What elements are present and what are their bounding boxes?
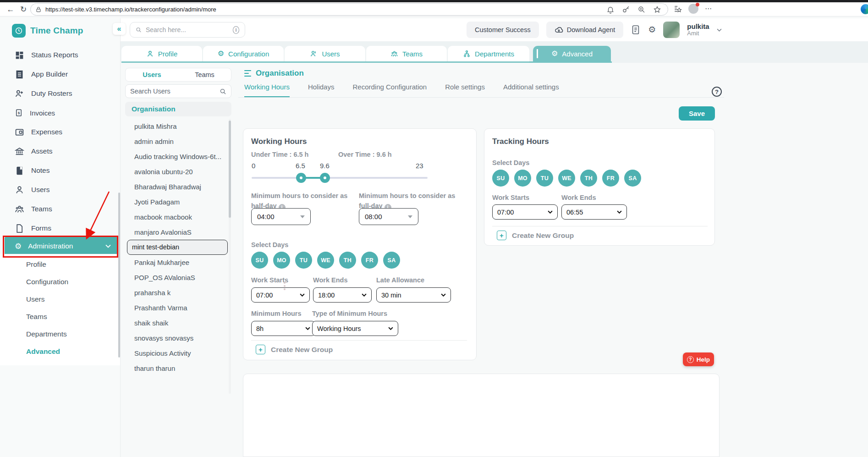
sidebar-item-users[interactable]: Users [0,180,121,199]
slider-track[interactable] [252,177,428,179]
tracking-work-ends-select[interactable]: 06:55 [561,204,627,220]
list-item[interactable]: Bharadwaj Bharadwaj [127,179,228,194]
sidebar-item-status-reports[interactable]: Status Reports [0,45,121,65]
sidebar-scrollbar[interactable] [118,193,120,358]
day-chip-fr[interactable]: FR [361,252,378,269]
users-search-input[interactable] [130,88,220,95]
user-identity[interactable]: pulkita Amit [687,22,709,37]
address-bar[interactable]: https://test-site.v3.timechamp.io/tracke… [30,3,668,16]
submenu-configuration[interactable]: Configuration [26,275,68,289]
sidebar-item-assets[interactable]: Assets [0,142,121,161]
tracking-work-starts-select[interactable]: 07:00 [492,204,558,220]
day-chip-su[interactable]: SU [251,252,268,269]
user-list-scrollbar[interactable] [229,119,231,394]
day-chip-su[interactable]: SU [492,170,509,187]
list-item[interactable]: Prashanth Varma [127,300,228,315]
full-day-dropdown[interactable]: 08:00 [359,208,418,225]
list-item[interactable]: manjaro AvaloniaS [127,225,228,240]
day-chip-sa[interactable]: SA [624,170,641,187]
submenu-profile[interactable]: Profile [26,258,46,271]
browser-menu-icon[interactable]: ⋯ [705,5,712,13]
submenu-teams[interactable]: Teams [26,310,47,324]
subtab-holidays[interactable]: Holidays [308,83,335,98]
subtab-recording-configuration[interactable]: Recording Configuration [352,83,427,98]
tab-profile[interactable]: Profile [121,46,202,61]
subtab-working-hours[interactable]: Working Hours [244,83,290,98]
list-item[interactable]: avalonia ubuntu-20 [127,164,228,179]
users-search[interactable] [125,84,231,98]
browser-back-icon[interactable]: ← [5,4,16,16]
favorites-bar-icon[interactable] [674,5,682,13]
list-item[interactable]: Suspicious Activity [127,346,228,361]
day-chip-mo[interactable]: MO [273,252,290,269]
create-new-group-button[interactable]: + Create New Group [497,231,574,240]
late-allowance-select[interactable]: 30 min [376,287,451,303]
submenu-users[interactable]: Users [26,292,44,306]
global-search[interactable]: i [130,22,245,38]
brand-logo[interactable]: Time Champ [12,24,83,38]
organisation-group-header[interactable]: Organisation [125,102,231,116]
sidebar-item-forms[interactable]: Forms [0,219,121,238]
user-menu-caret-icon[interactable] [717,28,722,32]
type-of-minimum-hours-select[interactable]: Working Hours [312,321,398,336]
tab-departments[interactable]: Departments [448,46,529,61]
day-chip-mo[interactable]: MO [514,170,531,187]
sidebar-item-duty-rosters[interactable]: Duty Rosters [0,84,121,103]
list-item[interactable]: shaik shaik [127,315,228,330]
list-item[interactable]: snovasys snovasys [127,330,228,346]
notifications-bell-icon[interactable] [606,6,615,14]
day-chip-we[interactable]: WE [317,252,334,269]
tab-advanced[interactable]: ⚙ Advanced [533,46,611,61]
search-info-icon[interactable]: i [233,26,239,34]
list-item[interactable]: Audio tracking Windows-6t... [127,149,228,164]
day-chip-th[interactable]: TH [339,252,356,269]
day-chip-tu[interactable]: TU [295,252,312,269]
list-item[interactable]: pulkita Mishra [127,119,228,134]
user-panel-tab-teams[interactable]: Teams [178,71,231,78]
day-chip-sa[interactable]: SA [383,252,400,269]
sidebar-collapse-button[interactable]: « [113,23,126,35]
tab-teams[interactable]: Teams [366,46,447,61]
day-chip-fr[interactable]: FR [602,170,619,187]
tab-configuration[interactable]: ⚙ Configuration [203,46,284,61]
slider-handle-high[interactable] [320,173,330,183]
list-item[interactable]: tharun tharun [127,361,228,376]
sidebar-item-invoices[interactable]: $ Invoices [0,103,121,122]
sidebar-item-notes[interactable]: Notes [0,161,121,180]
copilot-icon[interactable] [861,4,868,14]
create-new-group-button[interactable]: + Create New Group [256,345,333,354]
settings-gear-icon[interactable]: ⚙ [648,25,656,35]
list-item[interactable]: Pankaj Mukharjee [127,255,228,270]
zoom-page-icon[interactable] [637,6,646,14]
list-item[interactable]: praharsha k [127,285,228,300]
minimum-hours-select[interactable]: 8h [251,321,315,336]
list-item[interactable]: Jyoti Padagam [127,194,228,209]
customer-success-button[interactable]: Customer Success [467,22,539,38]
browser-profile-avatar[interactable] [688,4,698,14]
work-starts-select[interactable]: 07:00 [251,287,310,303]
day-chip-tu[interactable]: TU [536,170,553,187]
list-item[interactable]: admin admin [127,134,228,149]
help-button[interactable]: ? Help [683,352,714,366]
user-avatar[interactable] [663,22,680,38]
half-day-dropdown[interactable]: 04:00 [251,208,311,225]
list-item[interactable]: POP_OS AValoniaS [127,270,228,285]
sidebar-item-teams[interactable]: Teams [0,199,121,219]
save-button[interactable]: Save [679,106,715,121]
submenu-departments[interactable]: Departments [26,327,67,341]
day-chip-th[interactable]: TH [580,170,597,187]
tab-users[interactable]: Users [285,46,365,61]
day-chip-we[interactable]: WE [558,170,575,187]
search-input[interactable] [146,26,229,33]
help-question-icon[interactable]: ? [712,87,722,97]
slider-handle-low[interactable] [296,173,306,183]
submenu-advanced[interactable]: Advanced [26,345,60,358]
menu-lines-icon[interactable] [244,70,251,77]
work-ends-select[interactable]: 18:00 [313,287,372,303]
sidebar-item-app-builder[interactable]: App Builder [0,65,121,84]
subtab-role-settings[interactable]: Role settings [445,83,485,98]
download-agent-button[interactable]: Download Agent [546,22,624,38]
list-item[interactable]: macbook macbook [127,209,228,225]
password-key-icon[interactable] [622,6,630,14]
bookmark-star-icon[interactable] [653,6,661,14]
